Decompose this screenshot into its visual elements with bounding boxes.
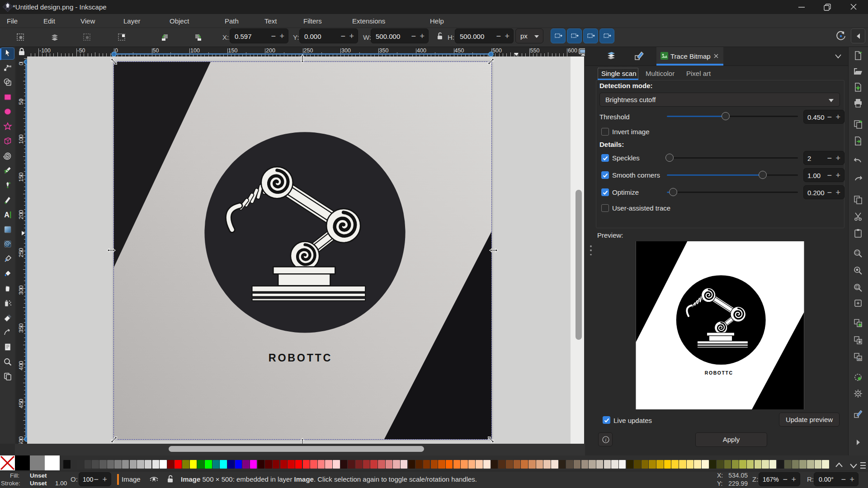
svg-text:A: A <box>4 211 9 219</box>
svg-text:W: W <box>858 357 861 361</box>
svg-text:i: i <box>605 437 607 442</box>
svg-text:ROBOTTC: ROBOTTC <box>705 371 733 375</box>
